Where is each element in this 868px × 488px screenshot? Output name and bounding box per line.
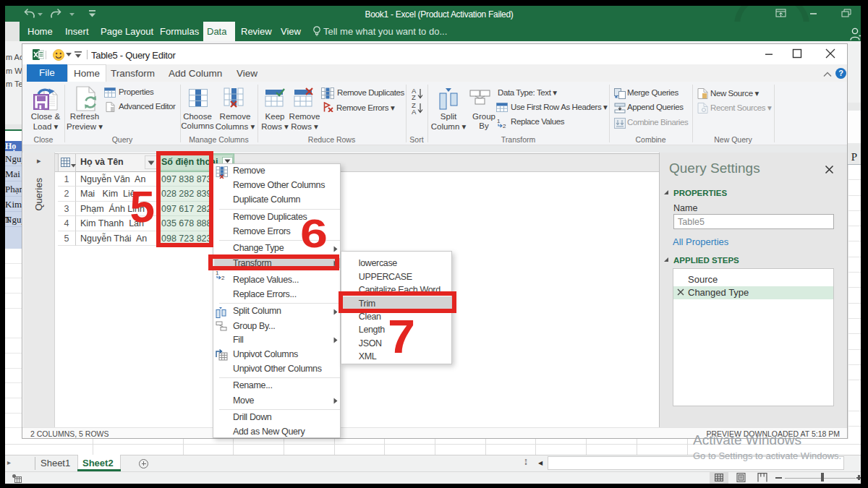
svg-text:Z: Z [412, 93, 416, 100]
svg-text:2: 2 [503, 123, 506, 129]
svg-text:1: 1 [497, 118, 501, 124]
svg-text:2: 2 [221, 274, 225, 280]
svg-text:A: A [412, 108, 417, 114]
svg-text:1: 1 [216, 269, 219, 275]
